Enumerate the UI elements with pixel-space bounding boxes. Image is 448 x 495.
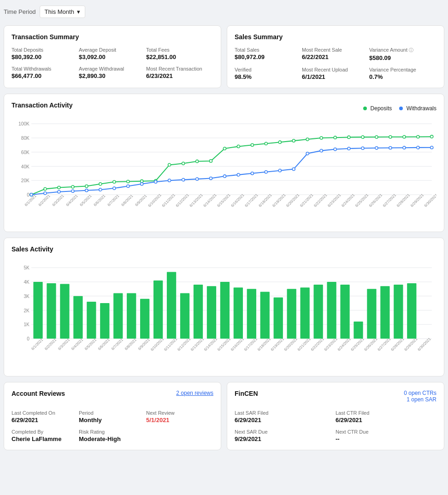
- svg-point-44: [58, 186, 60, 189]
- stat-item: Total Withdrawals$66,477.00: [12, 66, 79, 79]
- svg-point-66: [361, 136, 364, 138]
- svg-rect-154: [167, 272, 176, 339]
- svg-text:6/15/2021: 6/15/2021: [217, 193, 231, 208]
- stat-item: Next SAR Due9/29/2021: [235, 429, 336, 442]
- svg-point-56: [223, 147, 226, 150]
- svg-point-73: [44, 192, 47, 195]
- svg-text:2K: 2K: [24, 308, 29, 313]
- svg-text:6/16/2021: 6/16/2021: [230, 337, 245, 352]
- stat-item: Risk RatingModerate-High: [79, 429, 146, 442]
- stat-item: Total Fees$22,851.00: [146, 47, 213, 60]
- svg-text:0: 0: [27, 336, 29, 341]
- svg-text:6/8/2021: 6/8/2021: [121, 194, 134, 207]
- sales-stats-grid: Total Sales$80,972.09Most Recent Sale6/2…: [235, 47, 436, 80]
- svg-text:5K: 5K: [24, 266, 29, 271]
- stat-item: Variance Percentage0.7%: [369, 67, 436, 80]
- svg-text:6/29/2021: 6/29/2021: [403, 337, 418, 352]
- svg-point-47: [99, 183, 102, 185]
- svg-text:6/13/2021: 6/13/2021: [189, 193, 204, 208]
- svg-point-81: [154, 180, 157, 183]
- time-period-label: Time Period: [4, 8, 36, 15]
- svg-point-86: [223, 175, 226, 178]
- stat-item: Total Deposits$80,392.00: [12, 47, 79, 60]
- svg-text:6/6/2021: 6/6/2021: [97, 338, 111, 351]
- open-reviews-link[interactable]: 2 open reviews: [176, 390, 213, 396]
- svg-rect-152: [140, 299, 149, 339]
- svg-rect-169: [367, 289, 376, 339]
- svg-rect-167: [340, 285, 349, 339]
- svg-text:6/7/2021: 6/7/2021: [107, 194, 120, 207]
- svg-point-62: [306, 138, 309, 141]
- svg-text:6/17/2021: 6/17/2021: [244, 193, 259, 208]
- svg-rect-164: [301, 288, 310, 339]
- stat-item: Average Withdrawal$2,890.30: [79, 66, 146, 79]
- svg-text:6/21/2021: 6/21/2021: [299, 193, 314, 208]
- open-ctrs-link[interactable]: 0 open CTRs: [404, 390, 436, 396]
- fincen-stats-grid: Last SAR Filed6/29/2021Last CTR Filed6/2…: [235, 410, 436, 442]
- svg-point-84: [195, 178, 198, 180]
- open-sar-link[interactable]: 1 open SAR: [404, 396, 436, 403]
- svg-point-57: [237, 145, 240, 148]
- bottom-row: Account Reviews 2 open reviews Last Comp…: [4, 382, 444, 450]
- svg-point-61: [292, 139, 295, 142]
- time-period-select[interactable]: This Month ▾: [40, 6, 85, 18]
- deposits-legend: Deposits: [363, 105, 392, 112]
- transaction-summary-title: Transaction Summary: [12, 33, 213, 41]
- svg-rect-166: [327, 282, 336, 339]
- svg-rect-147: [73, 296, 83, 339]
- account-reviews-header: Account Reviews 2 open reviews: [12, 390, 213, 404]
- svg-rect-170: [380, 286, 389, 339]
- svg-rect-155: [180, 293, 189, 339]
- svg-rect-153: [153, 280, 163, 339]
- fincen-links: 0 open CTRs 1 open SAR: [404, 390, 436, 403]
- svg-point-95: [348, 147, 350, 150]
- sales-activity-title: Sales Activity: [12, 245, 53, 253]
- sales-summary-title: Sales Summary: [235, 33, 436, 41]
- svg-text:6/22/2021: 6/22/2021: [310, 337, 325, 352]
- svg-rect-151: [127, 293, 136, 339]
- svg-text:60K: 60K: [21, 150, 29, 155]
- svg-text:6/30/2021: 6/30/2021: [424, 193, 436, 208]
- svg-rect-165: [313, 285, 323, 339]
- svg-point-82: [168, 179, 171, 182]
- svg-point-91: [292, 168, 295, 171]
- sales-summary-card: Sales Summary Total Sales$80,972.09Most …: [227, 25, 444, 88]
- svg-point-70: [417, 135, 419, 138]
- svg-text:6/10/2021: 6/10/2021: [150, 337, 165, 352]
- sales-activity-card: Sales Activity 01K2K3K4K5K6/1/20216/2/20…: [4, 238, 444, 376]
- svg-point-68: [389, 136, 392, 138]
- svg-point-87: [237, 173, 240, 176]
- account-review-grid: Last Completed On6/29/2021PeriodMonthlyN…: [12, 410, 213, 442]
- svg-point-75: [71, 190, 74, 192]
- svg-text:6/4/2021: 6/4/2021: [71, 338, 84, 351]
- svg-rect-144: [33, 282, 42, 339]
- stat-item: Last SAR Filed6/29/2021: [235, 410, 336, 423]
- svg-text:6/1/2021: 6/1/2021: [30, 338, 44, 351]
- svg-point-46: [85, 185, 88, 187]
- svg-text:4K: 4K: [24, 280, 29, 285]
- withdrawals-legend: Withdrawals: [399, 105, 436, 112]
- stat-item: Average Deposit$3,092.00: [79, 47, 146, 60]
- svg-text:6/5/2021: 6/5/2021: [79, 194, 93, 207]
- sales-chart-svg: 01K2K3K4K5K6/1/20216/2/20216/3/20216/4/2…: [12, 263, 436, 367]
- svg-text:6/2/2021: 6/2/2021: [38, 194, 51, 207]
- svg-rect-162: [274, 298, 283, 339]
- stat-item: Last Completed On6/29/2021: [12, 410, 79, 423]
- svg-point-76: [85, 189, 88, 192]
- svg-point-53: [182, 162, 184, 165]
- svg-point-45: [71, 185, 74, 188]
- svg-point-43: [44, 188, 47, 191]
- svg-text:6/9/2021: 6/9/2021: [134, 194, 147, 207]
- svg-point-55: [209, 160, 212, 162]
- svg-text:6/2/2021: 6/2/2021: [44, 338, 57, 351]
- svg-rect-148: [87, 302, 96, 339]
- svg-text:3K: 3K: [24, 294, 29, 299]
- svg-point-98: [389, 146, 392, 149]
- transaction-chart-svg: 020K40K60K80K100K6/1/20216/2/20216/3/202…: [12, 119, 436, 223]
- svg-rect-172: [407, 283, 416, 339]
- stat-item: Verified98.5%: [235, 67, 302, 80]
- svg-point-52: [168, 163, 171, 166]
- sales-chart-area: 01K2K3K4K5K6/1/20216/2/20216/3/20216/4/2…: [12, 263, 436, 368]
- svg-point-88: [251, 172, 253, 175]
- svg-text:6/27/2021: 6/27/2021: [382, 193, 397, 208]
